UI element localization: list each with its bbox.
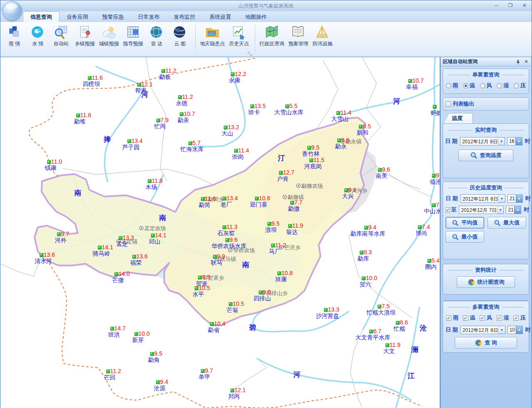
tab-地图操作[interactable]: 地图操作	[238, 12, 274, 22]
river-label: 碧	[249, 324, 256, 332]
station-芦子园[interactable]: 13.4芦子园	[122, 138, 143, 150]
tab-信息查询[interactable]: 信息查询	[23, 11, 59, 22]
toolbar-button-云图[interactable]: 云 图	[168, 23, 192, 56]
station-大山[interactable]: 13.2大山	[222, 124, 239, 137]
station-博尚[interactable]: 7.4博尚	[416, 224, 430, 236]
station-新芽[interactable]: 10.0新芽	[132, 330, 150, 343]
history-to-hour-select[interactable]: 21 ▼	[506, 206, 521, 214]
station-邦丙[interactable]: 12.1邦丙	[228, 387, 246, 400]
station-name: 忙糯大浪坝	[366, 309, 396, 316]
checkbox-压[interactable]: ✓压	[513, 314, 526, 322]
radio-雨[interactable]: 雨	[446, 82, 458, 89]
station-忙海水库[interactable]: 5.7忙海水库	[180, 140, 204, 152]
tab-业务应用[interactable]: 业务应用	[59, 12, 95, 22]
realtime-date-select[interactable]: 2012年12月 8日 ▼	[460, 137, 505, 145]
station-勐库[interactable]: 9.3勐库	[357, 249, 372, 262]
station-勐汞[interactable]: 10.7勐汞	[177, 111, 195, 123]
station-崇岗[interactable]: 11.4崇岗	[232, 147, 249, 160]
tab-发布监控[interactable]: 发布监控	[167, 12, 202, 22]
toolbar-button-雷达[interactable]: 雷 达	[145, 23, 168, 56]
query-temperature-button[interactable]: 查询温度	[458, 150, 513, 161]
station-勐堆[interactable]: 11.8勐堆	[74, 112, 91, 125]
radio-温[interactable]: 温	[463, 82, 475, 89]
station-芒回[interactable]: 11.2芒回	[104, 368, 121, 381]
map-canvas[interactable]: 河捧南南汀河南碧河沧澜江 勐永镇勐撒农场勐撒镇勐简乡大兴乡孟定农场孟定镇华侨农场…	[0, 57, 440, 408]
radio-湿[interactable]: 湿	[497, 82, 509, 89]
panel-close-icon[interactable]: ✕	[523, 59, 529, 65]
station-大文[interactable]: 11.9大文	[383, 342, 400, 354]
station-忙糯大浪坝[interactable]: 7.5忙糯大浪坝	[366, 303, 396, 316]
toolbar-button-水情[interactable]: 水 情	[26, 23, 49, 56]
station-四楞坝[interactable]: 11.6四楞坝	[83, 74, 103, 87]
checkbox-雨[interactable]: ✓雨	[446, 314, 458, 322]
checkbox-温[interactable]: ✓温	[463, 314, 475, 322]
realtime-hour-select[interactable]: 16 ▼	[507, 137, 522, 145]
station-勐板[interactable]: 11.2勐板	[159, 67, 176, 80]
history-from-date-select[interactable]: 2012年12月 6日 ▼	[461, 194, 505, 203]
multi-hour-select[interactable]: 10 ▼	[507, 326, 523, 334]
toolbar-button-行政区查询[interactable]: 行政区查询	[257, 23, 286, 56]
toolbar-button-乡镇预报[interactable]: 乡镇预报	[73, 23, 97, 56]
toolbar-button-防汛设施[interactable]: 防汛设施	[310, 23, 335, 56]
station-圈内[interactable]: 5.4圈内	[425, 257, 440, 270]
checkbox-风[interactable]: ✓风	[480, 314, 492, 322]
toolbar-button-雨情[interactable]: 雨 情	[3, 23, 26, 56]
station-永康[interactable]: 12.2永康	[229, 71, 246, 84]
station-中山水库[interactable]: 7中山水库	[424, 202, 440, 214]
radio-风[interactable]: 风	[480, 82, 492, 89]
station-永德[interactable]: 11.2永德	[176, 93, 193, 106]
station-大雪山水库[interactable]: 5.5大雪山水库	[274, 103, 303, 116]
checkbox-湿[interactable]: ✓湿	[497, 314, 509, 322]
station-芒撒[interactable]: 14.0芒撒	[112, 270, 130, 283]
app-logo-orb-icon[interactable]	[2, 1, 22, 21]
toolbar-button-地灾隐患点[interactable]: 地灾隐患点	[198, 23, 227, 56]
history-to-date-select[interactable]: 2012年12月 7日 ▼	[459, 206, 504, 214]
maximize-button[interactable]: ❐	[506, 2, 515, 9]
station-勐库南等水库[interactable]: 9.4勐库南等水库	[350, 224, 385, 237]
station-勐省[interactable]: 10.4勐省	[208, 320, 225, 333]
station-临沧[interactable]: 9临沧	[430, 172, 440, 185]
station-忙丙[interactable]: 7.9忙丙	[154, 117, 169, 130]
station-班卡[interactable]: 13.5班卡	[248, 103, 266, 116]
stats-group: 资料统计 统计图查询	[443, 264, 529, 295]
tab-预警应急[interactable]: 预警应急	[95, 12, 131, 22]
station-单甲[interactable]: 9.7单甲	[199, 367, 213, 380]
average-button[interactable]: 平均值	[446, 217, 484, 229]
station-蚂蚁[interactable]: 蚂蚁	[431, 105, 440, 116]
tab-系统设置[interactable]: 系统设置	[202, 12, 238, 22]
station-木场[interactable]: 11.8木场	[145, 177, 163, 190]
multi-date-select[interactable]: 2012年12月 8日 ▼	[461, 326, 505, 334]
station-镇康[interactable]: 11.0镇康	[44, 158, 62, 171]
maximum-button[interactable]: 最大值	[488, 217, 526, 229]
station-大雪山[interactable]: 11.4大雪山	[331, 109, 351, 122]
list-output-checkbox[interactable]: 列表输出	[446, 100, 526, 108]
station-南美[interactable]: 9.6南美	[376, 166, 390, 179]
dialog-launcher-icon[interactable]	[247, 51, 252, 56]
close-button[interactable]: ✕	[520, 2, 529, 9]
stat-chart-query-button[interactable]: 统计图查询	[457, 276, 515, 288]
station-沧源[interactable]: 9.4沧源	[153, 379, 168, 391]
history-to-checkbox[interactable]: ✓	[446, 207, 450, 213]
station-贺六[interactable]: 10.0贺六	[360, 275, 377, 288]
station-班洪[interactable]: 14.7班洪	[108, 325, 126, 338]
toolbar-button-城镇预报[interactable]: 城镇预报	[97, 23, 121, 56]
station-name: 班洪	[108, 331, 120, 338]
station-大文青平水库[interactable]: 6.7大文青平水库	[355, 328, 390, 341]
radio-压[interactable]: 压	[514, 82, 526, 89]
pin-icon[interactable]	[515, 59, 521, 65]
station-沙河营盘[interactable]: 13.3沙河营盘	[316, 306, 339, 319]
station-勐角[interactable]: 9.5勐角	[148, 350, 163, 363]
station-忙糯[interactable]: 8.6忙糯	[393, 319, 408, 332]
toolbar-button-指导预报[interactable]: 指导预报	[121, 23, 145, 56]
station-value: 9.4	[368, 224, 377, 231]
history-from-hour-select[interactable]: 21 ▼	[507, 194, 523, 203]
minimum-button[interactable]: 最小值	[446, 231, 484, 243]
station-帮海[interactable]: 12.1帮海	[135, 81, 153, 94]
toolbar-button-预案管理[interactable]: 预案管理	[286, 23, 310, 56]
toolbar-button-自动站[interactable]: 自动站	[49, 23, 73, 56]
station-幸福[interactable]: 10.7幸福	[406, 77, 424, 90]
minimize-button[interactable]: ─	[492, 2, 501, 9]
tab-temperature[interactable]: 温度	[444, 113, 473, 123]
multi-query-button[interactable]: 查 询	[455, 337, 517, 349]
tab-日常发布[interactable]: 日常发布	[131, 12, 167, 22]
